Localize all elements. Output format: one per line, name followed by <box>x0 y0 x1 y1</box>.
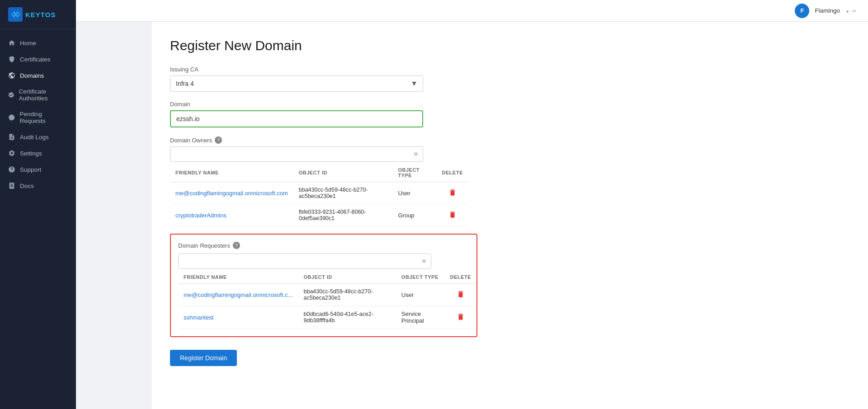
user-area: F Flamingo ⬩→ <box>795 4 857 18</box>
requesters-table: FRIENDLY NAME OBJECT ID OBJECT TYPE DELE… <box>178 271 476 329</box>
sidebar: KEYTOS Home Certificates Domains Certifi… <box>0 0 76 409</box>
domain-requesters-label: Domain Requesters ? <box>178 242 469 249</box>
sidebar-item-support[interactable]: Support <box>0 161 76 178</box>
domain-owners-input-wrapper: ✕ <box>170 146 423 162</box>
globe-icon <box>8 72 15 79</box>
page-title: Register New Domain <box>170 38 850 53</box>
table-row: sshmantest b0dbcad6-540d-41e5-ace2-9db38… <box>178 306 476 329</box>
sidebar-item-pending-requests[interactable]: Pending Requests <box>0 106 76 129</box>
friendly-name-cell: me@codingflamingogmail.onmicrosoft.c... <box>178 284 298 306</box>
issuing-ca-section: Issuing CA Infra 4 ▼ <box>170 66 850 92</box>
main-content: Register New Domain Issuing CA Infra 4 ▼… <box>152 22 868 409</box>
domain-requesters-input-wrapper: ✕ <box>178 254 431 269</box>
friendly-name-cell: sshmantest <box>178 306 298 329</box>
col-object-type: OBJECT TYPE <box>396 271 445 284</box>
table-row: cryptotraderAdmins fbfe0333-9231-4067-80… <box>170 204 468 226</box>
domain-owners-input[interactable] <box>170 146 423 162</box>
avatar: F <box>795 4 809 18</box>
sidebar-nav: Home Certificates Domains Certificate Au… <box>0 29 76 409</box>
domain-requesters-section: Domain Requesters ? ✕ FRIENDLY NAME OBJE… <box>170 234 477 337</box>
issuing-ca-wrapper: Infra 4 ▼ <box>170 75 423 92</box>
issuing-ca-label: Issuing CA <box>170 66 850 73</box>
logout-icon[interactable]: ⬩→ <box>845 7 857 15</box>
sidebar-item-label: Pending Requests <box>19 111 68 124</box>
circle-check-icon <box>8 91 14 99</box>
sidebar-item-docs[interactable]: Docs <box>0 178 76 194</box>
delete-button[interactable] <box>445 306 476 329</box>
sidebar-item-label: Settings <box>20 150 42 157</box>
col-object-type: OBJECT TYPE <box>392 164 436 182</box>
object-type-cell: User <box>392 182 436 204</box>
table-row: me@codingflamingogmail.onmicrosoft.com b… <box>170 182 468 204</box>
table-row: me@codingflamingogmail.onmicrosoft.c... … <box>178 284 476 306</box>
sidebar-item-audit-logs[interactable]: Audit Logs <box>0 129 76 145</box>
col-friendly-name: FRIENDLY NAME <box>170 164 293 182</box>
support-icon <box>8 166 15 173</box>
sidebar-item-certificate-authorities[interactable]: Certificate Authorities <box>0 84 76 106</box>
clear-requesters-icon[interactable]: ✕ <box>421 258 427 265</box>
logo: KEYTOS <box>0 0 76 29</box>
gear-icon <box>8 150 15 157</box>
username: Flamingo <box>815 7 840 14</box>
register-domain-button[interactable]: Register Domain <box>170 350 237 366</box>
sidebar-item-label: Domains <box>20 72 44 79</box>
logo-text: KEYTOS <box>25 11 56 19</box>
sidebar-item-label: Docs <box>20 183 34 189</box>
friendly-name-cell: cryptotraderAdmins <box>170 204 293 226</box>
domain-section: Domain <box>170 101 850 127</box>
object-id-cell: b0dbcad6-540d-41e5-ace2-9db38ffffa4b <box>298 306 396 329</box>
domain-requesters-help-icon[interactable]: ? <box>233 242 240 249</box>
domain-label: Domain <box>170 101 850 108</box>
object-id-cell: bba430cc-5d59-48cc-b270-ac5beca230e1 <box>293 182 393 204</box>
domain-owners-section: Domain Owners ? ✕ FRIENDLY NAME OBJECT I… <box>170 136 850 226</box>
friendly-name-cell: me@codingflamingogmail.onmicrosoft.com <box>170 182 293 204</box>
col-object-id: OBJECT ID <box>293 164 393 182</box>
issuing-ca-select[interactable]: Infra 4 <box>170 75 423 92</box>
object-id-cell: fbfe0333-9231-4067-8060-0def5ae390c1 <box>293 204 393 226</box>
owners-table: FRIENDLY NAME OBJECT ID OBJECT TYPE DELE… <box>170 164 468 226</box>
col-object-id: OBJECT ID <box>298 271 396 284</box>
topbar: F Flamingo ⬩→ <box>76 0 868 22</box>
delete-button[interactable] <box>437 182 468 204</box>
domain-input[interactable] <box>170 110 423 127</box>
book-icon <box>8 182 15 189</box>
sidebar-item-label: Certificate Authorities <box>19 88 68 102</box>
sidebar-item-domains[interactable]: Domains <box>0 67 76 84</box>
sidebar-item-label: Home <box>20 40 36 47</box>
object-type-cell: Service Principal <box>396 306 445 329</box>
object-id-cell: bba430cc-5d59-48cc-b270-ac5beca230e1 <box>298 284 396 306</box>
file-icon <box>8 133 15 141</box>
sidebar-item-certificates[interactable]: Certificates <box>0 51 76 67</box>
sidebar-item-label: Certificates <box>20 56 51 63</box>
sidebar-item-home[interactable]: Home <box>0 35 76 51</box>
col-delete: DELETE <box>437 164 468 182</box>
domain-owners-label: Domain Owners ? <box>170 136 850 144</box>
col-friendly-name: FRIENDLY NAME <box>178 271 298 284</box>
home-icon <box>8 39 15 47</box>
clear-owners-icon[interactable]: ✕ <box>413 150 419 158</box>
clock-icon <box>8 114 15 121</box>
delete-button[interactable] <box>437 204 468 226</box>
object-type-cell: User <box>396 284 445 306</box>
sidebar-item-label: Support <box>20 166 41 173</box>
sidebar-item-settings[interactable]: Settings <box>0 145 76 161</box>
col-delete: DELETE <box>445 271 476 284</box>
domain-owners-help-icon[interactable]: ? <box>215 136 222 144</box>
shield-icon <box>8 56 15 63</box>
object-type-cell: Group <box>392 204 436 226</box>
sidebar-item-label: Audit Logs <box>20 134 49 141</box>
domain-requesters-input[interactable] <box>178 254 431 269</box>
delete-button[interactable] <box>445 284 476 306</box>
